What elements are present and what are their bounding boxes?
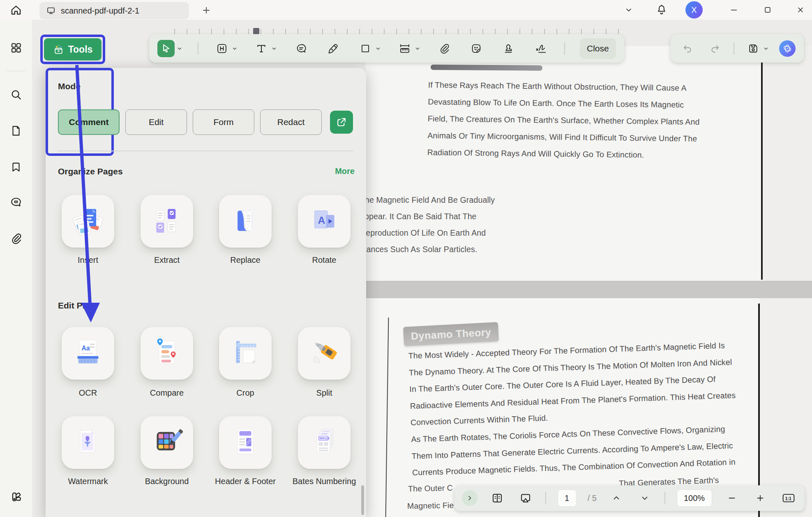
tool-card-extract[interactable] bbox=[141, 195, 193, 248]
maximize-button[interactable] bbox=[759, 2, 777, 17]
stamp-tool-button[interactable] bbox=[500, 40, 517, 57]
organize-more-link[interactable]: More bbox=[335, 167, 355, 176]
minus-icon bbox=[727, 494, 736, 503]
sidebar-comments-button[interactable] bbox=[8, 194, 24, 211]
tool-card-rotate[interactable]: A bbox=[298, 195, 351, 248]
mode-edit-button[interactable]: Edit bbox=[125, 109, 187, 135]
tool-card-split[interactable] bbox=[298, 327, 351, 380]
select-tool-button[interactable] bbox=[157, 40, 175, 57]
chevron-down-icon bbox=[763, 46, 769, 51]
pencil-tool-button[interactable] bbox=[325, 40, 342, 57]
mode-comment-button[interactable]: Comment bbox=[58, 109, 120, 135]
document-tab[interactable]: scanned-pdf-updf-2-1 bbox=[39, 2, 189, 19]
tool-label-bates-numbering: Bates Numbering bbox=[285, 475, 363, 488]
sidebar-attachments-button[interactable] bbox=[8, 230, 24, 247]
sticker-tool-button[interactable] bbox=[468, 40, 485, 57]
presentation-icon bbox=[519, 492, 532, 504]
shape-tool-dropdown[interactable] bbox=[375, 40, 381, 57]
next-page-button[interactable] bbox=[636, 489, 653, 507]
close-window-button[interactable] bbox=[791, 2, 810, 17]
tool-card-background[interactable] bbox=[141, 416, 193, 469]
pages-icon bbox=[10, 125, 22, 137]
home-icon bbox=[10, 4, 22, 16]
tools-button[interactable]: Tools bbox=[44, 38, 102, 60]
mode-form-button[interactable]: Form bbox=[193, 109, 254, 135]
shape-tool-button[interactable] bbox=[357, 40, 374, 57]
text-tool-dropdown[interactable] bbox=[271, 40, 277, 57]
new-tab-button[interactable] bbox=[200, 4, 213, 17]
tool-label-crop: Crop bbox=[206, 387, 284, 399]
sidebar-apps-button[interactable] bbox=[8, 39, 24, 56]
sidebar-bookmarks-button[interactable] bbox=[8, 159, 24, 175]
svg-text:Aa: Aa bbox=[81, 345, 90, 352]
ai-assistant-button[interactable] bbox=[779, 40, 796, 57]
actual-size-button[interactable]: 1:1 bbox=[780, 489, 797, 507]
save-dropdown[interactable] bbox=[763, 40, 769, 57]
highlight-tool-button[interactable] bbox=[213, 40, 231, 57]
tools-panel: Mode Comment Edit Form Redact Organize P… bbox=[46, 68, 366, 517]
minimize-button[interactable] bbox=[725, 2, 743, 17]
reading-view-button[interactable] bbox=[489, 489, 506, 507]
tool-label-replace: Replace bbox=[206, 254, 284, 267]
tool-card-replace[interactable] bbox=[219, 195, 272, 248]
comment-tool-button[interactable] bbox=[293, 40, 310, 57]
open-in-new-window-button[interactable] bbox=[330, 111, 353, 134]
sidebar-pages-button[interactable] bbox=[8, 123, 24, 139]
tool-card-ocr[interactable]: Aa bbox=[62, 327, 114, 380]
zoom-in-button[interactable] bbox=[752, 489, 769, 507]
annotation-toolbar: Close bbox=[149, 34, 624, 63]
panel-scrollbar[interactable] bbox=[361, 485, 364, 515]
select-tool-dropdown[interactable] bbox=[176, 40, 183, 57]
sidebar-swatches-button[interactable] bbox=[8, 489, 24, 505]
page-number-input[interactable]: 1 bbox=[558, 489, 577, 507]
document-text-line: stances Such As Solar Particles. bbox=[360, 241, 495, 257]
measure-tool-dropdown[interactable] bbox=[414, 40, 421, 57]
plus-icon bbox=[201, 5, 211, 15]
tool-card-crop[interactable] bbox=[219, 327, 272, 380]
signature-tool-button[interactable] bbox=[532, 40, 549, 57]
save-button[interactable] bbox=[745, 40, 762, 57]
tool-label-watermark: Watermark bbox=[49, 475, 127, 488]
document-text-line: Radiation Of Strong Rays And Will Quickl… bbox=[427, 144, 699, 164]
toolbar-divider bbox=[664, 492, 665, 504]
tool-label-insert: Insert bbox=[49, 254, 127, 267]
attach-file-button[interactable] bbox=[436, 40, 453, 57]
organize-pages-title: Organize Pages bbox=[58, 167, 123, 176]
replace-pages-icon bbox=[229, 205, 261, 237]
tool-card-bates-numbering[interactable]: 000123 bbox=[298, 416, 351, 469]
presentation-mode-button[interactable] bbox=[517, 489, 534, 507]
rotate-pages-icon: A bbox=[308, 205, 340, 237]
apps-grid-icon bbox=[10, 42, 22, 54]
tool-card-watermark[interactable] bbox=[62, 416, 114, 469]
tool-card-header-footer[interactable] bbox=[219, 416, 272, 469]
previous-page-button[interactable] bbox=[608, 489, 625, 507]
text-tool-button[interactable] bbox=[253, 40, 270, 57]
highlight-tool-dropdown[interactable] bbox=[231, 40, 238, 57]
document-text-line: The Magnetic Field And Be Gradually bbox=[360, 192, 495, 208]
pdf-editor-window: If These Rays Reach The Earth Without Ob… bbox=[0, 0, 812, 517]
user-avatar[interactable]: X bbox=[685, 1, 703, 19]
redo-button[interactable] bbox=[706, 40, 724, 57]
home-button[interactable] bbox=[7, 2, 25, 18]
undo-button[interactable] bbox=[679, 40, 696, 57]
search-icon bbox=[9, 88, 23, 101]
tool-label-extract: Extract bbox=[128, 254, 206, 267]
tool-card-insert[interactable] bbox=[62, 195, 114, 248]
sticker-icon bbox=[471, 43, 482, 54]
expand-panel-button[interactable] bbox=[462, 490, 478, 506]
sidebar-search-button[interactable] bbox=[8, 86, 24, 103]
tab-list-dropdown[interactable] bbox=[620, 2, 638, 17]
sidebar-divider bbox=[7, 71, 25, 71]
close-toolbar-button[interactable]: Close bbox=[580, 38, 616, 59]
ai-assistant-icon bbox=[782, 43, 793, 54]
notifications-button[interactable] bbox=[653, 2, 671, 17]
zoom-out-button[interactable] bbox=[723, 489, 740, 507]
mode-redact-button[interactable]: Redact bbox=[260, 109, 322, 135]
measure-tool-button[interactable] bbox=[396, 40, 413, 57]
tool-label-rotate: Rotate bbox=[285, 254, 363, 267]
zoom-level-input[interactable]: 100% bbox=[677, 489, 712, 507]
page-gap bbox=[366, 281, 812, 299]
document-text-line: Reproduction Of Life On Earth And bbox=[360, 225, 495, 241]
chevron-down-icon bbox=[625, 6, 633, 14]
tool-card-compare[interactable] bbox=[141, 327, 193, 380]
